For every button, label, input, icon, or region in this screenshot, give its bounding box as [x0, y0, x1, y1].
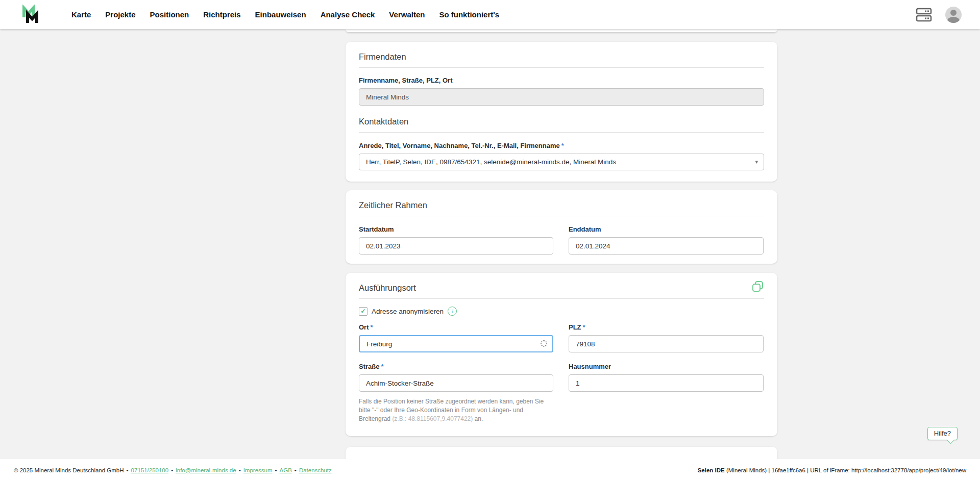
- divider: [359, 298, 764, 299]
- separator: •: [275, 467, 277, 473]
- divider: [359, 67, 764, 68]
- avatar-head-icon: [950, 10, 957, 16]
- footer: © 2025 Mineral Minds Deutschland GmbH • …: [0, 459, 980, 481]
- contact-select[interactable]: Herr, TitelP, Selen, IDE, 0987/654321, s…: [359, 154, 764, 170]
- checkmark-icon: ✓: [360, 308, 365, 315]
- contact-label: Anrede, Titel, Vorname, Nachname, Tel.-N…: [359, 142, 764, 150]
- nav-item-verwalten[interactable]: Verwalten: [389, 10, 425, 19]
- strasse-field-group: Straße*: [359, 363, 553, 392]
- mineral-minds-logo-icon[interactable]: [20, 5, 41, 25]
- nav-item-projekte[interactable]: Projekte: [105, 10, 135, 19]
- firmendaten-card: Firmendaten Firmenname, Straße, PLZ, Ort…: [346, 42, 777, 182]
- divider: [359, 132, 764, 133]
- ort-label-text: Ort: [359, 323, 369, 331]
- startdatum-label: Startdatum: [359, 225, 553, 234]
- page: Karte Projekte Positionen Richtpreis Ein…: [0, 0, 980, 481]
- footer-iframe-url: (Mineral Minds) | 16fae1ffc6a6 | URL of …: [725, 467, 966, 473]
- nav-item-richtpreis[interactable]: Richtpreis: [203, 10, 240, 19]
- required-asterisk: *: [583, 323, 585, 331]
- company-input: [359, 88, 764, 106]
- contact-label-text: Anrede, Titel, Vorname, Nachname, Tel.-N…: [359, 142, 560, 149]
- info-icon[interactable]: i: [448, 307, 457, 316]
- hausnummer-input[interactable]: [569, 374, 764, 392]
- required-asterisk: *: [371, 323, 373, 331]
- startdatum-input[interactable]: [359, 237, 553, 255]
- main-nav: Karte Projekte Positionen Richtpreis Ein…: [71, 10, 499, 19]
- anonymize-checkbox[interactable]: ✓: [359, 307, 368, 316]
- footer-link-datenschutz[interactable]: Datenschutz: [299, 467, 332, 473]
- plz-label: PLZ*: [569, 323, 764, 332]
- hausnummer-field-group: Hausnummer: [569, 363, 764, 392]
- top-nav-bar: Karte Projekte Positionen Richtpreis Ein…: [0, 0, 980, 29]
- previous-card-bottom-edge: [346, 29, 777, 32]
- nav-item-positionen[interactable]: Positionen: [150, 10, 189, 19]
- plz-input[interactable]: [569, 335, 764, 352]
- ausfuehrungsort-title: Ausführungsort: [359, 283, 416, 293]
- footer-ide-name: Selen IDE: [698, 467, 725, 473]
- kontaktdaten-title: Kontaktdaten: [359, 117, 764, 126]
- avatar-body-icon: [947, 17, 960, 23]
- copyright-text: © 2025 Mineral Minds Deutschland GmbH: [14, 467, 124, 473]
- hausnummer-label: Hausnummer: [569, 363, 764, 371]
- ausfuehrungsort-card: Ausführungsort ✓ Adresse anonymisieren i…: [346, 273, 777, 436]
- strasse-input[interactable]: [359, 374, 553, 392]
- footer-debug-info: Selen IDE (Mineral Minds) | 16fae1ffc6a6…: [698, 467, 966, 473]
- enddatum-field-group: Enddatum: [569, 225, 764, 255]
- help-text-example: (z.B.: 48.8115607,9.4077422): [392, 415, 473, 422]
- form-column: Firmendaten Firmenname, Straße, PLZ, Ort…: [346, 29, 777, 459]
- separator: •: [239, 467, 241, 473]
- enddatum-input[interactable]: [569, 237, 764, 255]
- header-right: [916, 7, 962, 23]
- required-asterisk: *: [561, 142, 564, 149]
- footer-link-email[interactable]: info@mineral-minds.de: [176, 467, 236, 473]
- separator: •: [127, 467, 129, 473]
- copy-icon[interactable]: [751, 280, 764, 293]
- footer-link-impressum[interactable]: Impressum: [243, 467, 273, 473]
- user-avatar[interactable]: [945, 7, 962, 23]
- contact-select-value: Herr, TitelP, Selen, IDE, 0987/654321, s…: [366, 158, 616, 166]
- plz-label-text: PLZ: [569, 323, 581, 331]
- plz-field-group: PLZ*: [569, 323, 764, 352]
- required-asterisk: *: [381, 363, 383, 370]
- ort-field-group: Ort*: [359, 323, 553, 352]
- footer-link-agb[interactable]: AGB: [280, 467, 292, 473]
- nav-item-so-funktionierts[interactable]: So funktioniert's: [439, 10, 499, 19]
- ort-label: Ort*: [359, 323, 553, 332]
- nav-item-analyse-check[interactable]: Analyse Check: [321, 10, 375, 19]
- startdatum-field-group: Startdatum: [359, 225, 553, 255]
- zeitlicher-rahmen-card: Zeitlicher Rahmen Startdatum Enddatum: [346, 190, 777, 264]
- footer-left: © 2025 Mineral Minds Deutschland GmbH • …: [14, 467, 332, 473]
- enddatum-label: Enddatum: [569, 225, 764, 234]
- strasse-label: Straße*: [359, 363, 553, 371]
- chevron-down-icon: ▾: [755, 159, 758, 165]
- strasse-help-text: Falls die Position keiner Straße zugeord…: [359, 397, 552, 423]
- nav-item-einbauweisen[interactable]: Einbauweisen: [255, 10, 306, 19]
- help-text-suffix: an.: [473, 415, 483, 422]
- ort-input[interactable]: [359, 335, 553, 352]
- anonymize-label: Adresse anonymisieren: [372, 308, 444, 315]
- separator: •: [171, 467, 173, 473]
- divider: [359, 216, 764, 216]
- help-button[interactable]: Hilfe?: [927, 427, 958, 440]
- nav-item-karte[interactable]: Karte: [71, 10, 91, 19]
- company-label: Firmenname, Straße, PLZ, Ort: [359, 77, 764, 85]
- next-card-top-edge: [346, 447, 777, 459]
- zeitlicher-rahmen-title: Zeitlicher Rahmen: [359, 200, 764, 210]
- server-icon[interactable]: [916, 7, 932, 22]
- strasse-label-text: Straße: [359, 363, 379, 370]
- loading-spinner-icon: [541, 340, 547, 347]
- firmendaten-title: Firmendaten: [359, 52, 764, 62]
- footer-link-phone[interactable]: 07151/250100: [131, 467, 169, 473]
- separator: •: [295, 467, 297, 473]
